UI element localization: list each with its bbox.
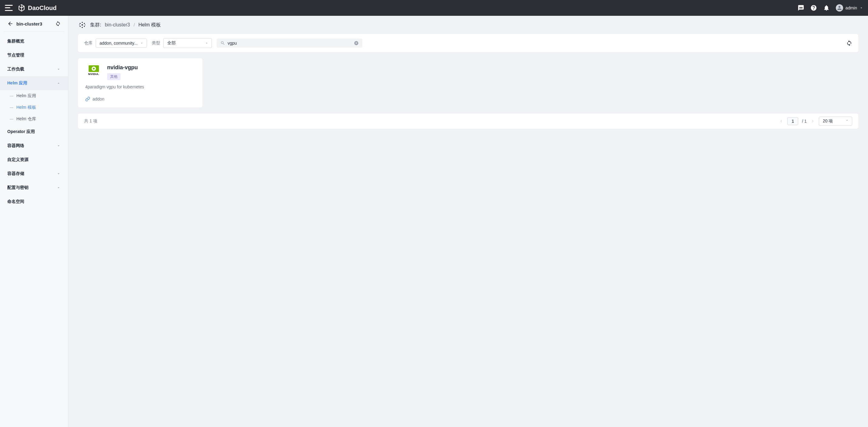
dash-icon: — — [10, 105, 13, 110]
card-description: 4paradigm vgpu for kubernetes — [85, 84, 195, 89]
user-name-label: admin — [845, 5, 857, 10]
repo-label: 仓库 — [84, 40, 93, 46]
svg-point-4 — [84, 26, 85, 27]
main-content: 集群: bin-cluster3 / Helm 模板 仓库 addon, com… — [68, 16, 868, 427]
dash-icon: — — [10, 117, 13, 121]
nav-helm-repo[interactable]: — Helm 仓库 — [0, 113, 68, 125]
nav-container-network[interactable]: 容器网络 — [0, 139, 68, 153]
search-box[interactable] — [217, 38, 362, 48]
chevron-down-icon — [860, 6, 863, 10]
card-badge: 其他 — [107, 73, 121, 80]
nav-config-secret[interactable]: 配置与密钥 — [0, 181, 68, 195]
type-select[interactable]: 全部 — [163, 38, 212, 48]
next-page-icon[interactable] — [810, 119, 815, 123]
pagination-bar: 共 1 项 / 1 20 项 — [78, 114, 858, 129]
header-right: admin — [798, 4, 863, 11]
svg-point-6 — [82, 27, 83, 28]
card-header: NVIDIA. nvidia-vgpu 其他 — [85, 64, 195, 80]
chevron-down-icon — [140, 41, 144, 45]
svg-point-0 — [82, 24, 83, 26]
back-arrow-icon[interactable] — [7, 21, 13, 27]
sync-icon[interactable] — [55, 21, 61, 26]
breadcrumb-page: Helm 模板 — [138, 22, 161, 28]
sidebar-cluster-name: bin-cluster3 — [17, 21, 42, 26]
nvidia-logo: NVIDIA. — [85, 64, 102, 77]
chevron-down-icon — [57, 172, 61, 176]
breadcrumb-separator: / — [133, 23, 135, 27]
daocloud-logo-icon — [18, 4, 26, 12]
nav-custom-resource[interactable]: 自定义资源 — [0, 153, 68, 167]
helm-template-card[interactable]: NVIDIA. nvidia-vgpu 其他 4paradigm vgpu fo… — [78, 58, 203, 108]
breadcrumb-cluster-name[interactable]: bin-cluster3 — [105, 22, 130, 28]
sidebar-header-left: bin-cluster3 — [7, 21, 42, 27]
nav-list: 集群概览 节点管理 工作负载 Helm 应用 — Helm 应用 — Helm … — [0, 32, 68, 211]
chevron-down-icon — [57, 186, 61, 190]
card-source: addon — [93, 96, 104, 102]
svg-point-1 — [80, 23, 81, 24]
user-menu[interactable]: admin — [836, 4, 863, 11]
svg-point-3 — [80, 26, 81, 27]
clear-icon[interactable] — [354, 41, 359, 46]
page-total: / 1 — [802, 119, 807, 123]
nav-workload[interactable]: 工作负载 — [0, 62, 68, 76]
hamburger-icon[interactable] — [5, 4, 13, 12]
card-grid: NVIDIA. nvidia-vgpu 其他 4paradigm vgpu fo… — [78, 58, 858, 108]
card-footer: addon — [85, 96, 195, 102]
chevron-down-icon — [57, 144, 61, 148]
pagination-controls: / 1 20 项 — [779, 117, 852, 126]
header-left: DaoCloud — [5, 4, 57, 12]
nav-node-management[interactable]: 节点管理 — [0, 48, 68, 62]
type-label: 类型 — [152, 40, 160, 46]
nav-container-storage[interactable]: 容器存储 — [0, 167, 68, 181]
chevron-down-icon — [57, 67, 61, 72]
brand-name: DaoCloud — [28, 5, 57, 11]
nav-cluster-overview[interactable]: 集群概览 — [0, 34, 68, 48]
sidebar-header: bin-cluster3 — [4, 16, 64, 32]
svg-point-2 — [84, 23, 85, 24]
filter-bar: 仓库 addon, community... 类型 全部 — [78, 34, 858, 52]
prev-page-icon[interactable] — [779, 119, 784, 123]
repo-filter-group: 仓库 addon, community... — [84, 38, 147, 48]
brand-logo[interactable]: DaoCloud — [18, 4, 57, 12]
search-icon — [220, 41, 225, 46]
bell-icon[interactable] — [823, 5, 830, 11]
cluster-icon — [78, 21, 87, 29]
card-title: nvidia-vgpu — [107, 64, 138, 71]
chevron-down-icon — [845, 118, 849, 122]
total-count: 共 1 项 — [84, 118, 97, 124]
repo-select[interactable]: addon, community... — [96, 38, 147, 48]
type-filter-group: 类型 全部 — [152, 38, 212, 48]
search-input[interactable] — [228, 41, 351, 46]
card-title-area: nvidia-vgpu 其他 — [107, 64, 138, 80]
nav-helm-sub-app[interactable]: — Helm 应用 — [0, 90, 68, 102]
page-size-select[interactable]: 20 项 — [819, 117, 852, 126]
main-layout: bin-cluster3 集群概览 节点管理 工作负载 Helm 应用 — — [0, 16, 868, 427]
breadcrumb: 集群: bin-cluster3 / Helm 模板 — [68, 16, 868, 34]
nav-operator-app[interactable]: Operator 应用 — [0, 125, 68, 139]
svg-point-7 — [79, 25, 80, 25]
sidebar: bin-cluster3 集群概览 节点管理 工作负载 Helm 应用 — — [0, 16, 68, 427]
page-input[interactable] — [787, 117, 798, 125]
chevron-up-icon — [57, 81, 61, 85]
avatar-icon — [836, 4, 843, 11]
top-header: DaoCloud admin — [0, 0, 868, 16]
dash-icon: — — [10, 94, 13, 98]
breadcrumb-cluster-label: 集群: — [90, 22, 101, 28]
svg-point-5 — [82, 22, 83, 23]
nav-helm-template[interactable]: — Helm 模板 — [0, 102, 68, 113]
chevron-down-icon — [205, 41, 209, 45]
link-icon — [85, 96, 90, 102]
nav-helm-app[interactable]: Helm 应用 — [0, 76, 68, 90]
nav-namespace[interactable]: 命名空间 — [0, 195, 68, 209]
help-icon[interactable] — [810, 5, 817, 11]
refresh-icon[interactable] — [846, 40, 852, 46]
message-icon[interactable] — [798, 5, 804, 11]
content-wrapper: 仓库 addon, community... 类型 全部 — [68, 34, 868, 139]
svg-point-8 — [85, 25, 85, 25]
